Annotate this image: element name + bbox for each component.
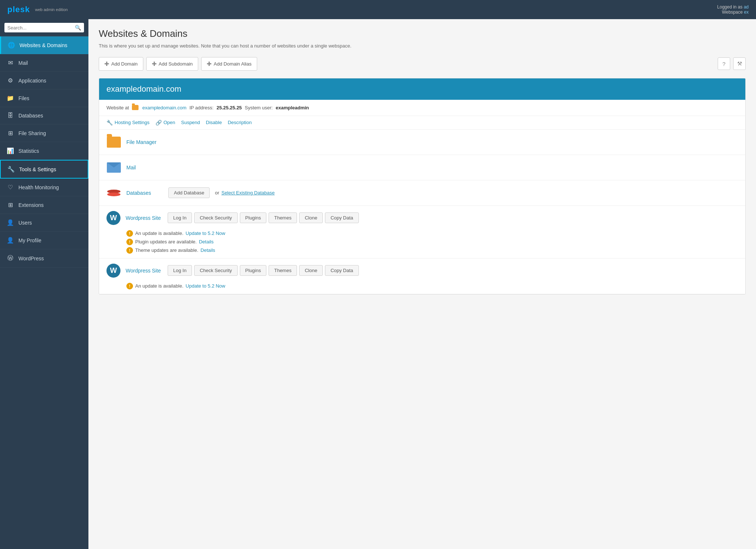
clone-1-button[interactable]: Clone [299,212,323,223]
sidebar-item-mail[interactable]: ✉ Mail [0,54,88,72]
description-link[interactable]: Description [228,120,252,125]
website-url-link[interactable]: exampledomain.com [142,105,186,110]
search-input[interactable] [7,25,73,31]
sidebar-item-wordpress[interactable]: Ⓦ WordPress [0,249,88,268]
applications-icon: ⚙ [7,77,14,84]
sidebar-item-health-monitoring[interactable]: ♡ Health Monitoring [0,179,88,196]
suspend-link[interactable]: Suspend [181,120,200,125]
plugin-notice-1-text: Plugin updates are available. [135,239,197,244]
main-layout: 🔍 🌐 Websites & Domains ✉ Mail ⚙ Applicat… [0,19,756,549]
add-database-button[interactable]: Add Database [168,187,210,198]
log-in-2-button[interactable]: Log In [168,265,192,276]
wordpress-site-1-actions: Log In Check Security Plugins Themes Clo… [168,212,359,223]
warn-icon-2: ! [126,283,133,289]
themes-1-button[interactable]: Themes [269,212,297,223]
folder-icon [132,105,139,110]
sidebar-label-health-monitoring: Health Monitoring [18,184,59,190]
content-area: Websites & Domains This is where you set… [88,19,756,549]
settings-button[interactable]: ⚒ [733,57,746,70]
sidebar-item-statistics[interactable]: 📊 Statistics [0,142,88,160]
check-security-2-button[interactable]: Check Security [194,265,237,276]
select-existing-database-link[interactable]: Select Existing Database [221,190,275,196]
wordpress-site-1-link[interactable]: Wordpress Site [126,215,162,221]
sidebar-item-databases[interactable]: 🗄 Databases [0,107,88,124]
sidebar-item-users[interactable]: 👤 Users [0,214,88,232]
database-icon [107,190,120,196]
databases-section-link[interactable]: Databases [126,190,163,196]
sidebar-item-file-sharing[interactable]: ⊞ File Sharing [0,124,88,142]
users-icon: 👤 [7,219,14,226]
search-icon: 🔍 [75,25,81,31]
sidebar-item-files[interactable]: 📁 Files [0,89,88,107]
add-subdomain-button[interactable]: ✚ Add Subdomain [146,57,199,71]
add-domain-plus-icon: ✚ [104,60,109,67]
mail-icon-container [106,160,121,175]
sidebar-label-applications: Applications [18,78,46,84]
ip-address-value: 25.25.25.25 [217,105,242,110]
databases-nav-icon: 🗄 [7,112,14,119]
add-domain-alias-button[interactable]: ✚ Add Domain Alias [201,57,257,71]
domain-card: exampledomain.com Website at exampledoma… [99,78,746,295]
warn-icon-plugin-1: ! [126,239,133,245]
sidebar-label-my-profile: My Profile [18,237,41,243]
statistics-icon: 📊 [7,147,14,154]
update-notice-1-text: An update is available. [135,230,183,236]
wordpress-site-2-icon: W [106,264,120,278]
wordpress-site-2-actions: Log In Check Security Plugins Themes Clo… [168,265,359,276]
add-domain-button[interactable]: ✚ Add Domain [99,57,143,71]
themes-2-button[interactable]: Themes [269,265,297,276]
help-icon: ? [722,61,725,67]
sidebar-item-extensions[interactable]: ⊞ Extensions [0,196,88,214]
logo-area: plesk web admin edition [7,5,68,14]
warn-icon-1: ! [126,230,133,237]
copy-data-1-button[interactable]: Copy Data [325,212,358,223]
mail-nav-icon: ✉ [7,59,14,66]
log-in-1-button[interactable]: Log In [168,212,192,223]
plugin-details-1-link[interactable]: Details [199,239,214,244]
extensions-icon: ⊞ [7,201,14,208]
theme-notice-1-text: Theme updates are available. [135,247,198,253]
hosting-settings-link[interactable]: 🔧 Hosting Settings [106,120,150,126]
wordpress-site-1-icon: W [106,211,120,225]
domain-actions: 🔧 Hosting Settings 🔗 Open Suspend Disabl… [99,116,745,130]
sidebar-item-tools-settings[interactable]: 🔧 Tools & Settings [0,160,88,179]
page-title: Websites & Domains [99,28,746,39]
add-domain-alias-plus-icon: ✚ [207,60,211,67]
open-link[interactable]: 🔗 Open [155,120,175,126]
sidebar-label-file-sharing: File Sharing [18,130,46,136]
add-domain-alias-label: Add Domain Alias [214,61,252,67]
top-header: plesk web admin edition Logged in as ad … [0,0,756,19]
hosting-settings-icon: 🔧 [106,120,113,126]
check-security-1-button[interactable]: Check Security [194,212,237,223]
add-subdomain-label: Add Subdomain [159,61,193,67]
copy-data-2-button[interactable]: Copy Data [325,265,358,276]
theme-notice-1: ! Theme updates are available. Details [126,247,738,254]
sidebar-item-applications[interactable]: ⚙ Applications [0,72,88,89]
sidebar-item-my-profile[interactable]: 👤 My Profile [0,232,88,249]
suspend-label: Suspend [181,120,200,125]
sidebar-label-websites-domains: Websites & Domains [20,42,67,48]
system-user-label: System user: [245,105,273,110]
open-label: Open [164,120,175,125]
update-to-52-now-1-link[interactable]: Update to 5.2 Now [186,230,225,236]
sidebar-item-websites-domains[interactable]: 🌐 Websites & Domains [0,36,88,54]
theme-details-1-link[interactable]: Details [200,247,215,253]
help-button[interactable]: ? [718,57,730,70]
databases-actions: Add Database [168,187,210,198]
webspace-link[interactable]: ex [744,10,749,15]
plugins-1-button[interactable]: Plugins [240,212,267,223]
search-box: 🔍 [4,23,84,32]
wordpress-site-2-link[interactable]: Wordpress Site [126,268,162,274]
wordpress-site-1-section: W Wordpress Site Log In Check Security P… [99,206,745,258]
file-manager-icon-container [106,135,121,149]
mail-section-link[interactable]: Mail [126,165,163,170]
logo: plesk [7,5,30,14]
file-manager-link[interactable]: File Manager [126,139,163,145]
clone-2-button[interactable]: Clone [299,265,323,276]
update-to-52-now-2-link[interactable]: Update to 5.2 Now [186,283,225,289]
disable-link[interactable]: Disable [206,120,222,125]
sidebar-label-wordpress: WordPress [18,256,44,261]
sidebar-label-extensions: Extensions [18,202,43,208]
username-link[interactable]: ad [744,4,749,10]
plugins-2-button[interactable]: Plugins [240,265,267,276]
